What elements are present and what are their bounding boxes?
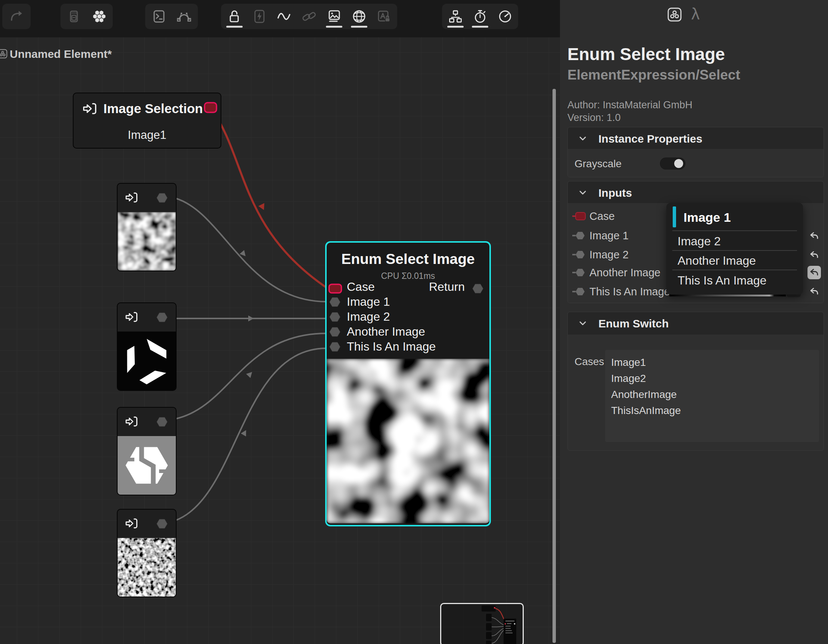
terminal-icon[interactable] — [147, 5, 171, 28]
cases-label: Cases — [574, 356, 604, 368]
hexagon-port-icon — [572, 251, 586, 260]
stopwatch-icon[interactable] — [469, 5, 492, 28]
hierarchy-icon[interactable] — [444, 5, 467, 28]
dropdown-item-thisis-image[interactable]: This Is An Image — [677, 274, 767, 287]
node-image-source-1[interactable] — [117, 183, 177, 271]
section-header[interactable]: Enum Switch — [568, 312, 823, 334]
globe-icon[interactable] — [348, 5, 371, 28]
properties-panel: λ Enum Select Image ElementExpression/Se… — [560, 0, 828, 644]
unlock-icon[interactable] — [223, 5, 246, 28]
hex-cluster-icon[interactable] — [88, 5, 111, 28]
toolbar-group-history — [2, 4, 31, 29]
reset-image1-button[interactable] — [808, 229, 821, 243]
hexagon-port-icon — [572, 268, 586, 278]
import-icon — [124, 311, 138, 324]
toolbar — [0, 0, 560, 37]
text-image-lock-icon[interactable] — [372, 5, 395, 28]
grayscale-toggle[interactable] — [660, 158, 685, 169]
case-line: Image2 — [611, 370, 813, 386]
minimap-node — [481, 606, 496, 611]
gauge-icon[interactable] — [494, 5, 517, 28]
texture-preview — [118, 212, 176, 271]
input-port-thisis-image[interactable] — [329, 342, 340, 352]
device-icon[interactable] — [62, 5, 85, 28]
case-port-icon — [572, 212, 586, 222]
case-enum-dropdown: Image 1 Image 2 Another Image This Is An… — [666, 203, 803, 295]
section-enum-switch: Enum Switch Cases Image1 Image2 AnotherI… — [568, 312, 824, 451]
hexagon-port-icon — [572, 287, 586, 297]
sine-icon[interactable] — [273, 5, 296, 28]
input-row-thisis-image: This Is An Image — [590, 285, 670, 298]
element-icon — [0, 49, 8, 61]
section-label: Inputs — [598, 186, 632, 199]
dropdown-separator — [672, 250, 797, 251]
chevron-down-icon — [579, 136, 586, 141]
input-label-another-image: Another Image — [347, 325, 425, 338]
node-value: Image1 — [74, 128, 221, 142]
selected-item-accent-bar — [673, 207, 676, 227]
image-icon[interactable] — [323, 5, 346, 28]
dropdown-item-image1[interactable]: Image 1 — [684, 210, 731, 225]
app-window: Unnamed Element* Image Selection Image1 — [0, 0, 828, 644]
input-label-thisis-image: This Is An Image — [347, 340, 436, 354]
hexagon-port-icon — [572, 232, 586, 241]
dropdown-item-image2[interactable]: Image 2 — [677, 235, 721, 248]
texture-preview — [327, 359, 489, 523]
node-title: Enum Select Image — [327, 251, 489, 267]
redo-icon[interactable] — [5, 5, 28, 28]
input-port-image2[interactable] — [329, 312, 340, 322]
toolbar-group-script — [145, 4, 198, 29]
import-icon — [124, 518, 138, 531]
canvas-scrollbar[interactable] — [552, 89, 556, 643]
output-port[interactable] — [157, 193, 168, 203]
case-line: Image1 — [611, 354, 813, 370]
node-enum-select-image[interactable]: Enum Select Image CPU Σ0.01ms Case Image… — [325, 241, 491, 526]
output-port[interactable] — [157, 417, 168, 427]
section-label: Enum Switch — [598, 317, 669, 330]
node-image-source-2[interactable] — [117, 302, 177, 391]
section-label: Instance Properties — [598, 133, 702, 145]
section-header[interactable]: Inputs — [568, 182, 823, 203]
input-port-image1[interactable] — [329, 297, 340, 307]
link-icon[interactable] — [298, 5, 321, 28]
dropdown-item-another-image[interactable]: Another Image — [677, 254, 756, 268]
cases-textarea[interactable]: Image1 Image2 AnotherImage ThisIsAnImage — [605, 350, 819, 442]
minimap[interactable] — [440, 603, 524, 644]
toolbar-group-types — [221, 4, 397, 29]
reset-thisis-image-button[interactable] — [808, 285, 821, 298]
input-port-another-image[interactable] — [329, 327, 340, 337]
toolbar-group-views — [442, 4, 518, 29]
reset-another-image-button[interactable] — [808, 266, 821, 279]
input-label-image1: Image 1 — [347, 295, 390, 309]
reset-image2-button[interactable] — [808, 248, 821, 262]
section-header[interactable]: Instance Properties — [568, 127, 823, 149]
input-label-image2: Image 2 — [347, 310, 390, 324]
toggle-knob — [674, 159, 683, 168]
material-tab-icon[interactable] — [667, 7, 682, 24]
input-row-case: Case — [590, 210, 615, 223]
output-port-return[interactable] — [472, 284, 483, 293]
node-image-source-4[interactable] — [117, 509, 177, 597]
bezier-icon[interactable] — [172, 5, 196, 28]
lightning-icon[interactable] — [248, 5, 271, 28]
import-icon — [124, 416, 138, 429]
input-row-image1: Image 1 — [590, 230, 629, 242]
panel-author: Author: InstaMaterial GmbH — [568, 99, 693, 111]
input-row-another-image: Another Image — [590, 266, 660, 279]
texture-preview — [118, 436, 176, 495]
enum-output-port[interactable] — [204, 102, 218, 115]
input-port-case[interactable] — [328, 284, 342, 295]
node-image-source-3[interactable] — [117, 407, 177, 495]
dropdown-separator — [672, 270, 797, 270]
node-title: Image Selection — [104, 101, 203, 116]
grayscale-label: Grayscale — [574, 158, 621, 170]
dropdown-separator — [672, 230, 797, 231]
output-label-return: Return — [420, 280, 465, 294]
input-row-image2: Image 2 — [590, 249, 629, 261]
node-image-selection[interactable]: Image Selection Image1 — [73, 92, 221, 149]
lambda-tab-icon[interactable]: λ — [692, 5, 699, 23]
output-port[interactable] — [157, 519, 168, 529]
output-port[interactable] — [157, 312, 168, 322]
chevron-down-icon — [579, 190, 586, 195]
panel-version: Version: 1.0 — [568, 112, 621, 124]
